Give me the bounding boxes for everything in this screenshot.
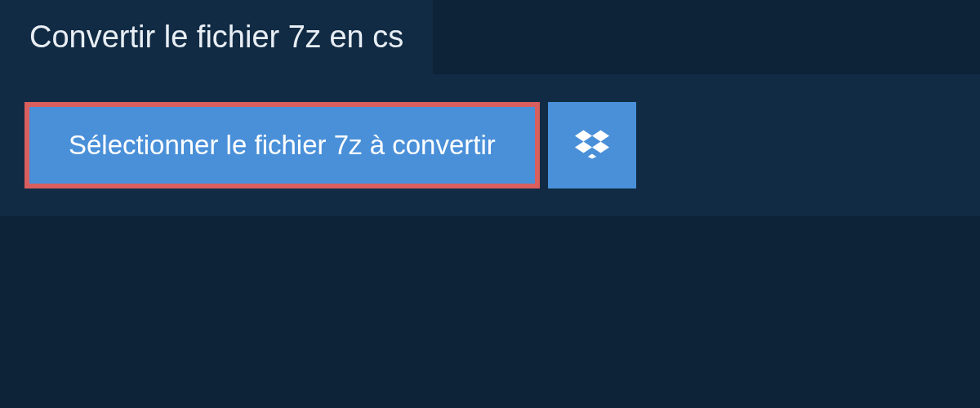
converter-widget: Convertir le fichier 7z en cs Sélectionn… [0,0,980,216]
content-panel: Sélectionner le fichier 7z à convertir [0,74,980,216]
select-file-label: Sélectionner le fichier 7z à convertir [69,130,496,161]
page-title: Convertir le fichier 7z en cs [29,20,403,55]
dropbox-icon [575,127,609,164]
action-row: Sélectionner le fichier 7z à convertir [24,102,956,188]
select-file-button[interactable]: Sélectionner le fichier 7z à convertir [24,102,540,188]
dropbox-button[interactable] [548,102,636,188]
tab-header: Convertir le fichier 7z en cs [0,0,433,74]
